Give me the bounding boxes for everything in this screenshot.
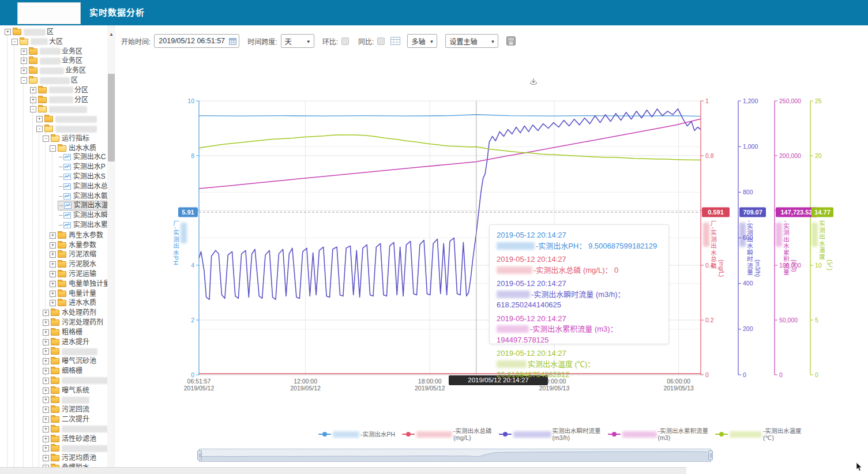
legend-item--实测出水总磷[interactable]: -实测出水总磷(mg/L) [402,427,492,441]
tree-item-活性砂滤池[interactable]: +活性砂滤池 [0,434,97,443]
expand-icon[interactable]: + [43,339,49,345]
expand-icon[interactable]: + [43,407,49,413]
expand-icon[interactable]: + [43,378,49,384]
expand-icon[interactable]: + [5,29,11,35]
legend-item--实测出水PH[interactable]: -实测出水PH [318,431,395,438]
datazoom-left-handle[interactable] [197,450,202,460]
tree-item-大区[interactable]: -大区 [0,36,64,46]
legend-item-实测出水瞬时流量[interactable]: 实测出水瞬时流量(m3/h) [499,427,601,441]
expand-icon[interactable]: + [21,48,27,55]
datazoom-slider[interactable] [199,449,711,462]
expand-icon[interactable]: + [43,455,49,461]
tree-item-污泥运输[interactable]: +污泥运输 [0,269,97,279]
tree-item-实测出水总[interactable]: –实测出水总 [0,182,109,191]
expand-icon[interactable]: + [36,116,43,122]
download-icon[interactable] [528,77,539,87]
collapse-icon[interactable]: - [43,136,49,142]
expand-icon[interactable]: + [43,368,49,374]
tree-item-分区[interactable]: +分区 [0,95,89,104]
tree-item-进水提升[interactable]: +进水提升 [0,337,91,347]
tree-item-曝气系统[interactable]: +曝气系统 [0,385,91,395]
tree-item-实测出水累[interactable]: –实测出水累 [0,220,109,230]
tree-item-污泥均质池[interactable]: +污泥均质池 [0,453,97,462]
tree-item-运行指标[interactable]: -运行指标 [0,133,91,143]
tree-item-二次提升[interactable]: +二次提升 [0,414,91,424]
tree-item-实测出水氨[interactable]: –实测出水氨 [0,191,109,201]
expand-icon[interactable]: + [43,445,49,452]
save-image-icon[interactable] [506,36,516,46]
collapse-icon[interactable]: - [30,106,36,112]
expand-icon[interactable]: + [21,67,27,74]
expand-icon[interactable]: + [43,388,49,394]
expand-icon[interactable]: + [50,271,56,277]
expand-icon[interactable]: + [43,329,49,336]
expand-icon[interactable]: + [50,261,56,268]
expand-icon[interactable]: + [43,426,49,432]
tree-item[interactable]: + [0,443,115,453]
tree-item-业务区[interactable]: +业务区 [0,65,87,75]
tree-item[interactable]: - [0,104,89,114]
expand-icon[interactable]: + [30,87,36,93]
expand-icon[interactable]: + [43,416,49,423]
tree-item-实测出水P[interactable]: –实测出水P [0,162,107,172]
sidebar-tree[interactable]: +区-大区+业务区+业务区+业务区-区+分区+分区-+--运行指标-出水水质–实… [0,25,117,467]
tree-item-实测出水S[interactable]: –实测出水S [0,172,107,182]
tree-item-区[interactable]: -区 [0,75,79,85]
tree-item-水处理药剂[interactable]: +水处理药剂 [0,307,97,317]
tree-item-区[interactable]: +区 [0,27,55,36]
tree-item-电量计量[interactable]: +电量计量 [0,288,97,298]
expand-icon[interactable]: + [43,436,49,442]
tree-item-分区[interactable]: +分区 [0,85,89,95]
expand-icon[interactable]: + [50,300,56,306]
expand-icon[interactable]: + [30,97,36,103]
tree-item[interactable]: + [0,114,99,123]
calendar-icon[interactable] [229,37,236,45]
tree-item-污泥处理药剂[interactable]: +污泥处理药剂 [0,317,104,327]
expand-icon[interactable]: + [50,232,56,239]
tree-item-污泥回流[interactable]: +污泥回流 [0,404,91,414]
tree-item-出水水质[interactable]: -出水水质 [0,143,97,153]
tree-item[interactable]: + [0,424,115,434]
tree-item[interactable]: + [0,375,112,385]
scrollbar-up-icon[interactable]: ▲ [107,30,115,39]
tree-item-细格栅[interactable]: +细格栅 [0,366,84,375]
tree-item-业务区[interactable]: +业务区 [0,46,84,56]
tree-item-业务区[interactable]: +业务区 [0,55,84,65]
yoy-compare-checkbox[interactable] [377,37,385,45]
tree-item-实测出水C[interactable]: –实测出水C [0,152,107,162]
axis-mode-select[interactable]: 多轴 ▼ [407,34,437,48]
expand-icon[interactable]: + [43,310,49,316]
tree-item[interactable]: + [0,394,92,404]
sidebar-scrollbar-thumb[interactable] [108,74,115,161]
tree-item-污泥浓缩[interactable]: +污泥浓缩 [0,249,97,259]
expand-icon[interactable]: + [43,319,49,326]
collapse-icon[interactable]: - [12,39,18,45]
legend-item--实测出水温度[interactable]: -实测出水温度(℃) [715,427,802,441]
tree-item-叠螺脱水[interactable]: +叠螺脱水 [0,462,91,467]
ring-compare-checkbox[interactable] [341,37,349,45]
expand-icon[interactable]: + [21,58,27,64]
table-grid-icon[interactable] [390,37,400,45]
tree-item-电量单独计量[interactable]: +电量单独计量 [0,279,111,288]
expand-icon[interactable]: + [50,281,56,287]
tree-item-实测出水温[interactable]: –实测出水温 [0,201,117,210]
expand-icon[interactable]: + [43,358,49,364]
tree-item[interactable]: - [0,123,99,133]
tree-item[interactable]: + [0,346,100,356]
collapse-icon[interactable]: - [36,126,43,132]
tree-item-水量参数[interactable]: +水量参数 [0,240,97,250]
legend-item--实测出水累积流量[interactable]: -实测出水累积流量(m3) [608,427,709,441]
main-axis-select[interactable]: 设置主轴 ▼ [445,34,498,48]
expand-icon[interactable]: + [50,242,56,249]
tree-item-污泥脱水[interactable]: +污泥脱水 [0,259,97,269]
expand-icon[interactable]: + [43,397,49,403]
tree-item-粗格栅[interactable]: +粗格栅 [0,327,84,337]
start-time-input[interactable] [154,34,239,48]
collapse-icon[interactable]: - [21,77,27,84]
expand-icon[interactable]: + [50,291,56,297]
expand-icon[interactable]: + [50,251,56,258]
datazoom-right-handle[interactable] [708,450,713,460]
collapse-icon[interactable]: - [50,145,56,152]
tree-item-实测出水瞬[interactable]: –实测出水瞬 [0,210,109,220]
horizontal-scrollbar[interactable] [0,467,686,474]
